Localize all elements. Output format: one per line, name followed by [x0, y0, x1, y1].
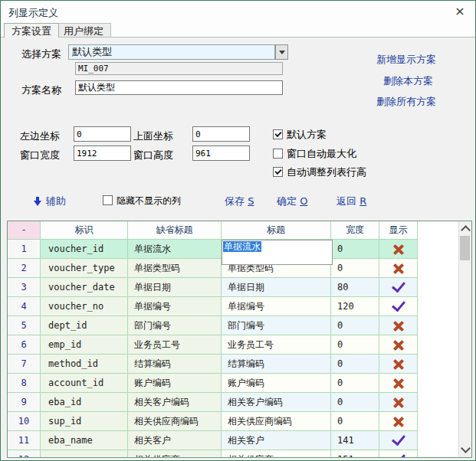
- scroll-up-icon[interactable]: [461, 225, 471, 235]
- cell-identifier[interactable]: method_id: [41, 355, 128, 374]
- cell-rownum[interactable]: 5: [8, 316, 41, 335]
- cell-identifier[interactable]: account_id: [41, 374, 128, 393]
- cell-visible[interactable]: [379, 259, 418, 278]
- cell-caption[interactable]: 相关供应商: [222, 450, 331, 458]
- visible-check-icon[interactable]: [392, 298, 405, 312]
- tab-user-binding[interactable]: 用户绑定: [56, 23, 111, 38]
- cell-width[interactable]: 0: [331, 240, 379, 259]
- hidden-x-icon[interactable]: [392, 244, 405, 256]
- cell-visible[interactable]: [379, 431, 418, 450]
- header-visible[interactable]: 显示: [379, 221, 418, 240]
- cell-visible[interactable]: [379, 450, 418, 458]
- table-row[interactable]: 4 voucher_no 单据编号 单据编号 120: [8, 297, 418, 316]
- add-display-scheme-link[interactable]: 新增显示方案: [376, 53, 436, 67]
- cell-width[interactable]: 0: [331, 374, 379, 393]
- cell-caption[interactable]: 业务员工号: [222, 335, 331, 355]
- table-row[interactable]: 12 sup_name 相关供应商 相关供应商 151: [8, 450, 418, 458]
- cell-rownum[interactable]: 10: [8, 412, 41, 431]
- hidden-x-icon[interactable]: [392, 339, 405, 351]
- checkbox-icon[interactable]: [273, 149, 283, 159]
- cell-width[interactable]: 80: [331, 278, 379, 297]
- cell-default-caption[interactable]: 相关客户编码: [128, 393, 222, 412]
- left-coord-input[interactable]: [74, 126, 131, 142]
- save-button[interactable]: 保存 S: [225, 195, 254, 208]
- cell-rownum[interactable]: 9: [8, 393, 41, 412]
- top-coord-input[interactable]: [192, 126, 250, 142]
- cell-default-caption[interactable]: 业务员工号: [128, 335, 222, 355]
- delete-this-scheme-link[interactable]: 删除本方案: [383, 74, 433, 88]
- table-row[interactable]: 9 eba_id 相关客户编码 相关客户编码 0: [8, 393, 418, 412]
- cell-default-caption[interactable]: 部门编号: [128, 316, 222, 335]
- cell-default-caption[interactable]: 相关供应商编码: [128, 412, 222, 431]
- cell-caption[interactable]: 单据日期: [222, 278, 331, 297]
- window-height-input[interactable]: [192, 145, 250, 161]
- hidden-x-icon[interactable]: [392, 378, 405, 390]
- cell-identifier[interactable]: voucher_id: [41, 240, 128, 259]
- auxiliary-link[interactable]: 辅助: [34, 195, 66, 208]
- cell-visible[interactable]: [379, 297, 418, 316]
- cell-visible[interactable]: [379, 412, 418, 431]
- scroll-down-icon[interactable]: [461, 443, 471, 453]
- cell-width[interactable]: 0: [331, 259, 379, 278]
- table-row[interactable]: 10 sup_id 相关供应商编码 相关供应商编码 0: [8, 412, 418, 431]
- cell-width[interactable]: 141: [331, 431, 379, 450]
- cell-rownum[interactable]: 6: [8, 335, 41, 355]
- table-row[interactable]: 7 method_id 结算编码 结算编码 0: [8, 355, 418, 374]
- chevron-down-icon[interactable]: [275, 44, 288, 60]
- scrollbar-thumb[interactable]: [460, 236, 470, 260]
- table-row[interactable]: 6 emp_id 业务员工号 业务员工号 0: [8, 335, 418, 355]
- table-row[interactable]: 8 account_id 账户编码 账户编码 0: [8, 374, 418, 393]
- header-rownum[interactable]: -: [8, 221, 41, 240]
- cell-default-caption[interactable]: 账户编码: [128, 374, 222, 393]
- cell-rownum[interactable]: 2: [8, 259, 41, 278]
- hidden-x-icon[interactable]: [392, 358, 405, 371]
- cell-width[interactable]: 120: [331, 297, 379, 316]
- cell-identifier[interactable]: voucher_type: [41, 259, 128, 278]
- cell-rownum[interactable]: 3: [8, 278, 41, 297]
- checkbox-icon[interactable]: [273, 129, 283, 139]
- auto-maximize-checkbox[interactable]: 窗口自动最大化: [273, 147, 356, 161]
- window-width-input[interactable]: [74, 145, 131, 161]
- cell-default-caption[interactable]: 单据编号: [128, 297, 222, 316]
- cell-default-caption[interactable]: 单据流水: [128, 240, 222, 259]
- cell-caption[interactable]: 相关客户编码: [222, 393, 331, 412]
- scheme-select[interactable]: 默认类型: [68, 44, 288, 60]
- checkbox-icon[interactable]: [273, 167, 283, 177]
- cell-rownum[interactable]: 12: [8, 450, 41, 458]
- cell-identifier[interactable]: sup_name: [41, 450, 128, 458]
- cell-rownum[interactable]: 7: [8, 355, 41, 374]
- cell-identifier[interactable]: eba_name: [41, 431, 128, 450]
- cell-caption[interactable]: 相关客户: [222, 431, 331, 450]
- table-row[interactable]: 3 voucher_date 单据日期 单据日期 80: [8, 278, 418, 297]
- scheme-select-value[interactable]: 默认类型: [68, 44, 275, 60]
- header-default-caption[interactable]: 缺省标题: [128, 221, 222, 240]
- cell-rownum[interactable]: 8: [8, 374, 41, 393]
- cell-caption[interactable]: 部门编号: [222, 316, 331, 335]
- table-row[interactable]: 2 voucher_type 单据类型码 单据类型码 0: [8, 259, 418, 278]
- delete-all-schemes-link[interactable]: 删除所有方案: [376, 95, 436, 109]
- hidden-x-icon[interactable]: [392, 397, 405, 409]
- auto-row-height-checkbox[interactable]: 自动调整列表行高: [273, 165, 366, 179]
- cell-default-caption[interactable]: 单据日期: [128, 278, 222, 297]
- caption-edit-box[interactable]: 单据流水: [222, 240, 333, 265]
- cell-visible[interactable]: [379, 278, 418, 297]
- close-icon[interactable]: ×: [452, 4, 468, 19]
- cell-default-caption[interactable]: 相关客户: [128, 431, 222, 450]
- visible-check-icon[interactable]: [392, 432, 405, 446]
- cell-identifier[interactable]: dept_id: [41, 316, 128, 335]
- cell-caption[interactable]: 结算编码: [222, 355, 331, 374]
- cell-identifier[interactable]: voucher_date: [41, 278, 128, 297]
- cell-default-caption[interactable]: 单据类型码: [128, 259, 222, 278]
- cell-caption[interactable]: 相关供应商编码: [222, 412, 331, 431]
- cell-visible[interactable]: [379, 393, 418, 412]
- header-caption[interactable]: 标题: [222, 221, 331, 240]
- cell-default-caption[interactable]: 相关供应商: [128, 450, 222, 458]
- table-row[interactable]: 1 voucher_id 单据流水 0: [8, 240, 418, 259]
- cell-width[interactable]: 151: [331, 450, 379, 458]
- cell-rownum[interactable]: 11: [8, 431, 41, 450]
- cell-identifier[interactable]: sup_id: [41, 412, 128, 431]
- tab-scheme-settings[interactable]: 方案设置: [4, 23, 59, 38]
- hidden-x-icon[interactable]: [392, 263, 405, 275]
- cell-visible[interactable]: [379, 335, 418, 355]
- hidden-x-icon[interactable]: [392, 416, 405, 428]
